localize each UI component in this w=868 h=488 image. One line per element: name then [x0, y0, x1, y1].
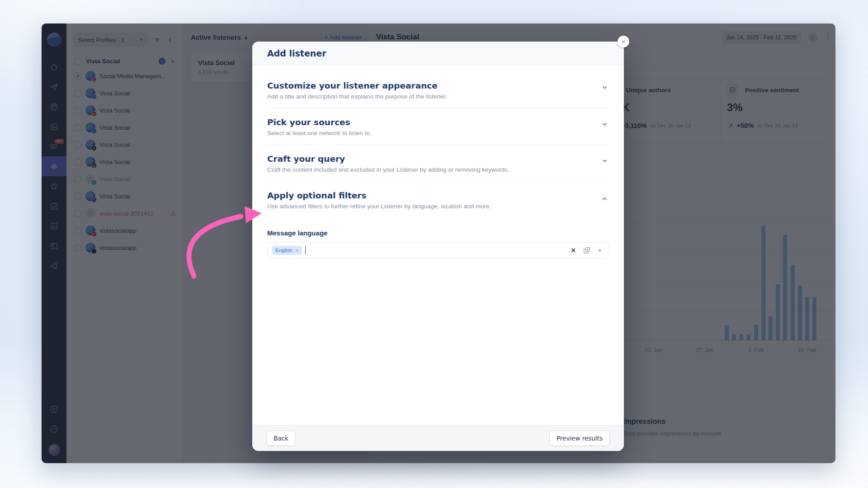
chevron-down-icon[interactable] — [601, 121, 608, 129]
chevron-down-icon[interactable] — [601, 84, 608, 93]
add-listener-modal: Add listener Customize your listener app… — [252, 42, 624, 451]
language-tag: English ✕ — [272, 246, 302, 255]
section-description: Craft the content included and excluded … — [267, 166, 609, 173]
section-description: Use advanced filters to further refine y… — [267, 203, 609, 210]
chevron-up-icon[interactable] — [601, 194, 608, 202]
modal-section-craft-your-query[interactable]: Craft your queryCraft the content includ… — [267, 145, 609, 181]
modal-section-apply-optional-filters[interactable]: Apply optional filtersUse advanced filte… — [267, 181, 609, 217]
section-title: Craft your query — [267, 154, 609, 164]
chevron-down-icon[interactable] — [601, 157, 608, 166]
dropdown-caret-icon[interactable]: ▼ — [598, 248, 602, 253]
modal-section-pick-your-sources[interactable]: Pick your sourcesSelect at least one net… — [267, 108, 609, 145]
modal-header: Add listener — [252, 42, 624, 65]
modal-title: Add listener — [267, 48, 326, 58]
back-button[interactable]: Back — [266, 431, 296, 446]
text-cursor — [305, 246, 306, 254]
remove-tag-icon[interactable]: ✕ — [295, 248, 299, 253]
modal-section-customize-your-listener-appearance[interactable]: Customize your listener appearanceAdd a … — [267, 71, 609, 108]
section-title: Pick your sources — [267, 117, 609, 127]
preview-results-button[interactable]: Preview results — [549, 431, 610, 446]
section-title: Apply optional filters — [267, 191, 609, 200]
section-description: Select at least one network to listen to… — [267, 130, 609, 136]
translate-icon[interactable] — [583, 246, 591, 254]
close-icon[interactable]: ✕ — [618, 36, 629, 47]
clear-input-icon[interactable]: ✕ — [571, 247, 576, 254]
section-description: Add a title and description that explain… — [267, 93, 609, 100]
message-language-input[interactable]: English ✕ ✕ ▼ — [267, 242, 609, 258]
language-tag-label: English — [275, 248, 292, 253]
modal-footer: Back Preview results — [252, 425, 624, 451]
message-language-label: Message language — [267, 229, 609, 237]
section-title: Customize your listener appearance — [267, 81, 609, 90]
